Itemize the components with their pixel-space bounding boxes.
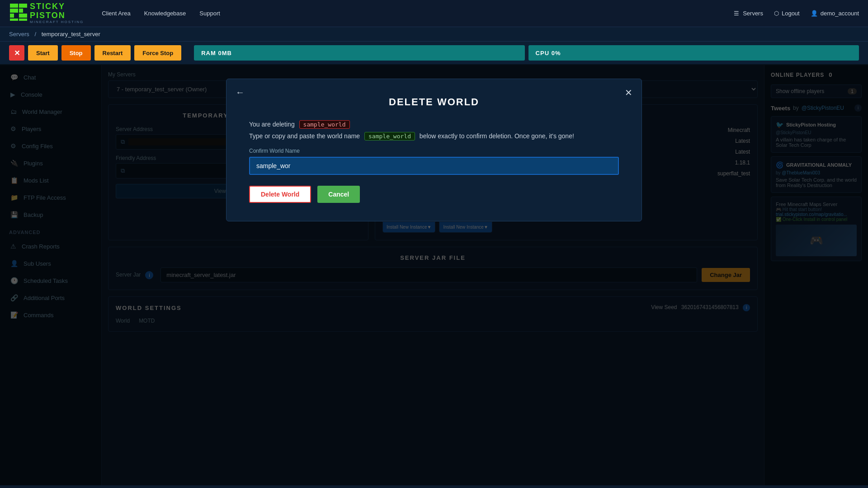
logout-icon: ⬡ [774,10,779,17]
logo-icon [9,3,28,24]
modal-back-button[interactable]: ← [236,87,245,98]
modal-box: ← ✕ DELETE WORLD You are deleting sample… [226,79,642,221]
top-nav: STICKY PISTON MINECRAFT HOSTING Client A… [0,0,868,27]
svg-rect-5 [19,14,27,18]
x-button[interactable]: ✕ [9,45,24,61]
main-layout: 💬 Chat ▶ Console 🗂 World Manager ⚙ Playe… [0,65,868,485]
nav-client-area[interactable]: Client Area [102,10,131,17]
breadcrumb-separator: / [34,31,36,38]
breadcrumb-servers[interactable]: Servers [9,31,29,38]
modal-title: DELETE WORLD [249,96,619,108]
svg-rect-4 [10,14,14,18]
start-button[interactable]: Start [28,45,58,61]
ram-bar: RAM 0MB [194,45,524,61]
servers-menu-btn[interactable]: ☰ Servers [734,10,763,17]
svg-rect-2 [10,9,18,13]
svg-rect-1 [19,4,27,8]
force-stop-button[interactable]: Force Stop [134,45,181,61]
confirm-world-label: Confirm World Name [249,148,619,154]
world-name-green-badge: sample_world [364,132,415,141]
cpu-label: CPU 0% [536,50,561,56]
account-btn[interactable]: 👤 demo_account [811,10,859,17]
logout-btn[interactable]: ⬡ Logout [774,10,800,17]
menu-icon: ☰ [734,10,739,17]
svg-rect-6 [10,19,18,21]
modal-text-2: Type or copy and paste the world name sa… [249,132,619,140]
delete-world-button[interactable]: Delete World [249,186,311,203]
stop-button[interactable]: Stop [61,45,91,61]
confirm-world-input[interactable] [249,157,619,175]
action-bar: ✕ Start Stop Restart Force Stop RAM 0MB … [0,42,868,65]
breadcrumb-bar: Servers / temporary_test_server [0,27,868,42]
world-name-red-badge: sample_world [299,120,350,129]
modal-overlay: ← ✕ DELETE WORLD You are deleting sample… [0,65,868,485]
cpu-bar: CPU 0% [528,45,859,61]
modal-text-1: You are deleting sample_world [249,121,619,128]
modal-buttons: Delete World Cancel [249,186,619,203]
cancel-button[interactable]: Cancel [317,186,360,203]
nav-right: ☰ Servers ⬡ Logout 👤 demo_account [734,10,859,17]
svg-rect-3 [19,9,23,13]
account-icon: 👤 [811,10,818,17]
logo-text: STICKY PISTON MINECRAFT HOSTING [30,2,84,24]
nav-links: Client Area Knowledgebase Support [102,10,220,17]
nav-knowledgebase[interactable]: Knowledgebase [144,10,186,17]
svg-rect-0 [10,4,18,8]
nav-support[interactable]: Support [199,10,220,17]
ram-label: RAM 0MB [201,50,232,56]
logo: STICKY PISTON MINECRAFT HOSTING [9,2,84,24]
modal-close-button[interactable]: ✕ [625,87,632,98]
restart-button[interactable]: Restart [94,45,131,61]
svg-rect-7 [19,19,27,21]
breadcrumb-current: temporary_test_server [42,31,100,38]
